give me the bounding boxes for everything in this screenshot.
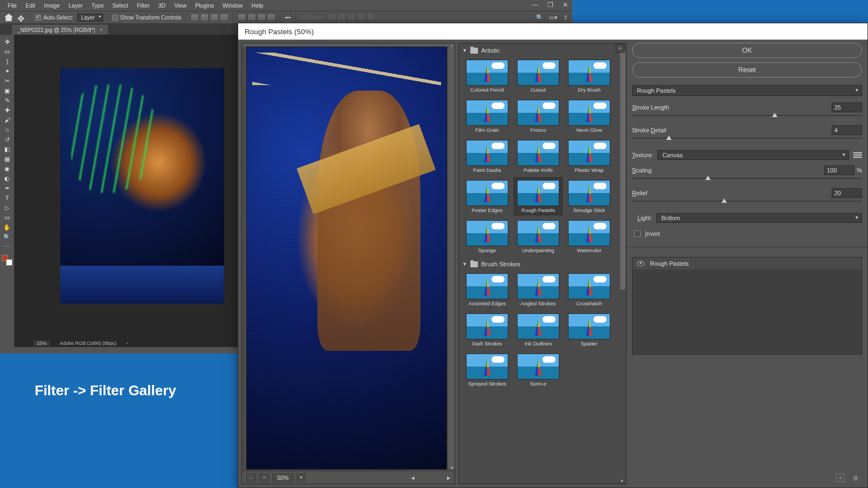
effect-layer[interactable]: Rough Pastels bbox=[633, 258, 861, 269]
close-tab-icon[interactable]: × bbox=[100, 27, 103, 33]
zoom-in-button[interactable]: + bbox=[259, 473, 269, 482]
scaling-input[interactable] bbox=[824, 165, 854, 175]
more-icon[interactable]: ••• bbox=[285, 15, 291, 21]
filter-select[interactable]: Rough Pastels bbox=[632, 85, 862, 96]
scroll-left-icon[interactable]: ◂ bbox=[411, 474, 414, 481]
share-icon[interactable]: ⇪ bbox=[563, 14, 568, 21]
align-icon[interactable] bbox=[190, 14, 199, 21]
menu-select[interactable]: Select bbox=[108, 1, 132, 10]
eraser-tool-icon[interactable]: ◧ bbox=[1, 144, 13, 154]
filter-thumb[interactable]: Paint Daubs bbox=[463, 138, 511, 175]
menu-type[interactable]: Type bbox=[87, 1, 108, 10]
menu-3d[interactable]: 3D bbox=[154, 1, 170, 10]
move-tool-icon[interactable]: ✥ bbox=[17, 14, 26, 21]
close-icon[interactable]: ✕ bbox=[560, 1, 570, 9]
zoom-out-button[interactable]: – bbox=[246, 473, 256, 482]
scaling-slider[interactable] bbox=[632, 176, 862, 183]
color-swatches[interactable] bbox=[2, 255, 12, 266]
marquee-tool-icon[interactable]: ▭ bbox=[1, 47, 13, 56]
menu-plugins[interactable]: Plugins bbox=[191, 1, 218, 10]
move-tool-icon[interactable]: ✥ bbox=[1, 37, 13, 47]
minimize-icon[interactable]: — bbox=[530, 1, 540, 9]
crop-tool-icon[interactable]: ✂ bbox=[1, 76, 13, 86]
scrollbar-thumb[interactable] bbox=[620, 51, 626, 290]
distribute-icon[interactable] bbox=[247, 14, 256, 21]
align-icon[interactable] bbox=[220, 14, 228, 21]
menu-layer[interactable]: Layer bbox=[64, 1, 87, 10]
align-icon[interactable] bbox=[200, 14, 209, 21]
filter-thumb[interactable]: Watercolor bbox=[565, 218, 613, 255]
stamp-tool-icon[interactable]: ⌂ bbox=[1, 125, 13, 134]
checkbox-icon[interactable] bbox=[634, 230, 641, 237]
visibility-icon[interactable] bbox=[637, 261, 644, 266]
delete-effect-layer-icon[interactable]: 🗑 bbox=[851, 473, 860, 482]
filter-thumb[interactable]: Dark Strokes bbox=[463, 311, 511, 348]
distribute-icon[interactable] bbox=[238, 14, 246, 21]
filter-thumb[interactable]: Smudge Stick bbox=[565, 178, 613, 215]
eyedropper-tool-icon[interactable]: ✎ bbox=[1, 95, 13, 105]
menu-file[interactable]: File bbox=[3, 1, 21, 10]
filter-thumb[interactable]: Sumi-e bbox=[514, 351, 562, 388]
menu-window[interactable]: Window bbox=[218, 1, 247, 10]
filter-thumb[interactable]: Fresco bbox=[514, 98, 562, 134]
new-effect-layer-icon[interactable]: + bbox=[836, 473, 845, 482]
relief-slider[interactable] bbox=[632, 199, 862, 206]
hand-tool-icon[interactable]: ✋ bbox=[1, 222, 13, 232]
filter-thumb[interactable]: Angled Strokes bbox=[514, 271, 562, 308]
menu-image[interactable]: Image bbox=[40, 1, 64, 10]
type-tool-icon[interactable]: T bbox=[1, 193, 13, 203]
distribute-icon[interactable] bbox=[257, 14, 266, 21]
disclosure-triangle-icon[interactable]: ▼ bbox=[462, 261, 467, 267]
filter-thumb[interactable]: Sponge bbox=[463, 218, 511, 255]
filter-thumb[interactable]: Cutout bbox=[514, 57, 562, 94]
texture-flyout-icon[interactable] bbox=[853, 152, 862, 158]
distribute-icon[interactable] bbox=[267, 14, 276, 21]
zoom-status[interactable]: 25% bbox=[34, 341, 50, 346]
dodge-tool-icon[interactable]: ◐ bbox=[1, 174, 13, 183]
filter-thumb[interactable]: Sprayed Strokes bbox=[463, 351, 511, 388]
status-more-icon[interactable]: › bbox=[126, 341, 128, 346]
pen-tool-icon[interactable]: ✒ bbox=[1, 183, 13, 193]
preview-zoom[interactable]: 50% bbox=[272, 473, 293, 482]
filter-thumb[interactable]: Neon Glow bbox=[565, 98, 613, 134]
heal-tool-icon[interactable]: ✚ bbox=[1, 105, 13, 115]
filter-thumb[interactable]: Plastic Wrap bbox=[565, 138, 613, 175]
menu-help[interactable]: Help bbox=[247, 1, 268, 10]
relief-input[interactable] bbox=[832, 188, 862, 198]
brush-tool-icon[interactable]: 🖌 bbox=[1, 115, 13, 125]
home-icon[interactable] bbox=[4, 14, 13, 21]
light-select[interactable]: Bottom bbox=[656, 213, 862, 223]
scroll-down-icon[interactable]: ▾ bbox=[621, 478, 623, 484]
workspace-icon[interactable]: ▭▾ bbox=[549, 14, 558, 21]
shape-tool-icon[interactable]: ▭ bbox=[1, 213, 13, 222]
document-canvas[interactable] bbox=[60, 68, 224, 304]
show-transform-toggle[interactable]: Show Transform Controls bbox=[112, 15, 182, 21]
stroke-detail-slider[interactable] bbox=[632, 136, 862, 143]
filter-thumb[interactable]: Crosshatch bbox=[565, 271, 613, 308]
maximize-icon[interactable]: ❐ bbox=[545, 1, 555, 9]
document-tab[interactable]: _NBP0322.jpg @ 25% (RGB/8*)× bbox=[12, 25, 108, 35]
filter-thumb[interactable]: Spatter bbox=[565, 311, 613, 348]
disclosure-triangle-icon[interactable]: ▼ bbox=[462, 48, 467, 53]
filter-thumb[interactable]: Colored Pencil bbox=[463, 57, 511, 94]
zoom-tool-icon[interactable]: 🔍 bbox=[1, 232, 13, 242]
filter-thumb[interactable]: Film Grain bbox=[463, 98, 511, 134]
filter-thumb[interactable]: Ink Outlines bbox=[514, 311, 562, 348]
blur-tool-icon[interactable]: ◉ bbox=[1, 164, 13, 174]
frame-tool-icon[interactable]: ▣ bbox=[1, 86, 13, 95]
menu-view[interactable]: View bbox=[170, 1, 191, 10]
search-icon[interactable]: 🔍 bbox=[536, 14, 544, 21]
filter-thumb[interactable]: Rough Pastels bbox=[514, 178, 562, 215]
stroke-length-input[interactable] bbox=[832, 102, 862, 112]
filter-thumb[interactable]: Dry Brush bbox=[565, 57, 613, 94]
filter-thumb[interactable]: Poster Edges bbox=[463, 178, 511, 215]
gradient-tool-icon[interactable]: ▦ bbox=[1, 154, 13, 164]
scroll-right-icon[interactable]: ▸ bbox=[447, 474, 450, 481]
category-header[interactable]: ▼ Artistic bbox=[462, 46, 620, 55]
stroke-detail-input[interactable] bbox=[832, 125, 862, 135]
zoom-dropdown-icon[interactable]: ▾ bbox=[297, 473, 305, 482]
ok-button[interactable]: OK bbox=[632, 43, 862, 58]
auto-select-toggle[interactable]: Auto-Select: bbox=[35, 15, 73, 21]
category-header[interactable]: ▼ Brush Strokes bbox=[462, 259, 620, 269]
stroke-length-slider[interactable] bbox=[632, 113, 862, 120]
